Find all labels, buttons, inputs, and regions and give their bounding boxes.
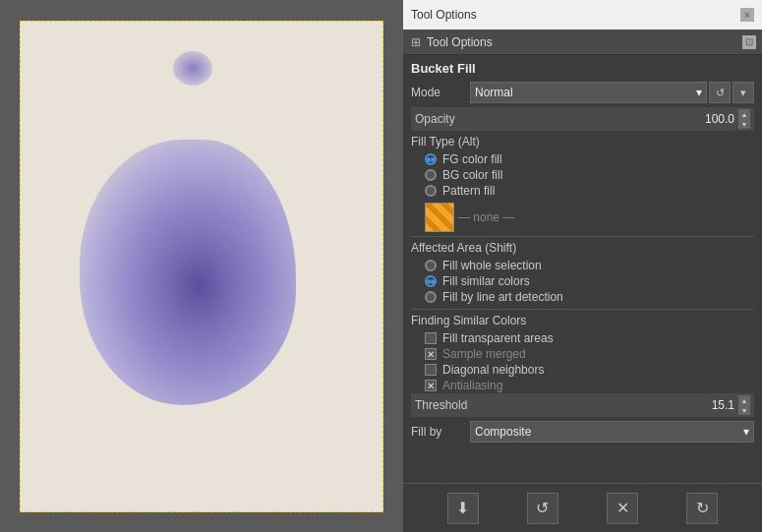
checkbox-diagonal-label: Diagonal neighbors [442,363,544,377]
threshold-label: Threshold [415,398,712,412]
finding-similar-label: Finding Similar Colors [411,314,754,327]
radio-pattern [425,185,437,197]
checkbox-diagonal[interactable]: Diagonal neighbors [411,362,754,378]
sub-header-label: Tool Options [427,35,493,49]
threshold-value: 15.1 [712,398,734,412]
threshold-spinner[interactable]: ▲ ▼ [738,395,750,415]
opacity-value: 100.0 [705,112,734,126]
checkbox-antialiasing-label: Antialiasing [442,379,502,392]
opacity-label: Opacity [415,112,705,126]
fill-type-bg-label: BG color fill [442,168,502,182]
sub-header-left: ⊞ Tool Options [409,35,493,49]
dock-btn[interactable]: ⊡ [742,35,756,49]
sub-header: ⊞ Tool Options ⊡ [403,30,762,55]
mode-extra-btn[interactable]: ▾ [733,82,754,103]
radio-line [425,291,437,303]
opacity-spinner[interactable]: ▲ ▼ [738,109,750,129]
threshold-up[interactable]: ▲ [738,395,750,405]
fill-type-fg-label: FG color fill [442,152,502,166]
fill-by-label: Fill by [411,425,470,439]
fill-by-arrow: ▾ [743,425,749,439]
blob-main [80,140,296,405]
toolbar-btn-4[interactable]: ↻ [686,493,718,524]
affected-line[interactable]: Fill by line art detection [411,289,754,305]
toolbar-btn-1[interactable]: ⬇ [447,493,479,524]
fill-by-select[interactable]: Composite ▾ [470,421,754,443]
canvas-wrapper[interactable] [20,21,383,512]
fill-type-bg[interactable]: BG color fill [411,167,754,183]
mode-label: Mode [411,86,470,99]
checkbox-antialiasing[interactable]: ✕ Antialiasing [411,378,754,393]
mode-reset-btn[interactable]: ↺ [709,82,731,103]
mode-row: Mode Normal ▾ ↺ ▾ [411,82,754,103]
mode-value: Normal [475,86,513,99]
affected-area-group: Fill whole selection Fill similar colors… [411,258,754,305]
separator-2 [411,309,754,310]
affected-whole-label: Fill whole selection [442,259,542,272]
title-bar-text: Tool Options [411,8,477,22]
pattern-name: — none — [458,210,514,224]
mode-dropdown-arrow: ▾ [696,86,702,99]
bottom-toolbar: ⬇ ↺ ✕ ↻ [403,483,762,532]
radio-fg [425,153,437,165]
pattern-preview[interactable] [425,203,454,232]
radio-similar [425,275,437,287]
affected-similar-label: Fill similar colors [442,274,530,288]
checkbox-sample-merged[interactable]: ✕ Sample merged [411,346,754,362]
separator-1 [411,236,754,237]
fill-type-pattern-label: Pattern fill [442,184,495,198]
pattern-row: — none — [411,203,754,232]
title-bar: Tool Options × [403,0,762,30]
canvas-area [0,0,403,532]
affected-whole[interactable]: Fill whole selection [411,258,754,273]
panel-icon: ⊞ [409,35,423,49]
fill-type-label: Fill Type (Alt) [411,135,754,148]
fill-type-group: FG color fill BG color fill Pattern fill [411,151,754,199]
threshold-row: Threshold 15.1 ▲ ▼ [411,393,754,417]
radio-bg [425,169,437,181]
title-bar-close-btn[interactable]: × [740,8,754,22]
threshold-down[interactable]: ▼ [738,405,750,415]
affected-similar[interactable]: Fill similar colors [411,273,754,289]
toolbar-btn-2[interactable]: ↺ [527,493,558,524]
fill-by-value: Composite [475,425,531,439]
radio-whole [425,260,437,271]
fill-type-fg[interactable]: FG color fill [411,151,754,167]
checkbox-transparent[interactable]: Fill transparent areas [411,330,754,346]
opacity-up[interactable]: ▲ [738,109,750,119]
checkbox-antialiasing-box: ✕ [425,380,437,391]
checkbox-diagonal-box [425,364,437,376]
section-title: Bucket Fill [411,61,754,76]
mode-select[interactable]: Normal ▾ [470,82,707,103]
checkbox-transparent-box [425,332,437,344]
tool-options-content: Bucket Fill Mode Normal ▾ ↺ ▾ Opacity 10… [403,55,762,483]
fill-by-row: Fill by Composite ▾ [411,421,754,443]
fill-type-pattern[interactable]: Pattern fill [411,183,754,199]
right-panel: Tool Options × ⊞ Tool Options ⊡ Bucket F… [403,0,762,532]
affected-area-label: Affected Area (Shift) [411,241,754,255]
checkbox-transparent-label: Fill transparent areas [442,331,554,345]
opacity-down[interactable]: ▼ [738,119,750,129]
checkbox-sample-merged-box: ✕ [425,348,437,360]
toolbar-btn-3[interactable]: ✕ [607,493,638,524]
opacity-row: Opacity 100.0 ▲ ▼ [411,107,754,131]
blob-small [173,51,212,86]
checkbox-sample-merged-label: Sample merged [442,347,526,361]
affected-line-label: Fill by line art detection [442,290,563,304]
